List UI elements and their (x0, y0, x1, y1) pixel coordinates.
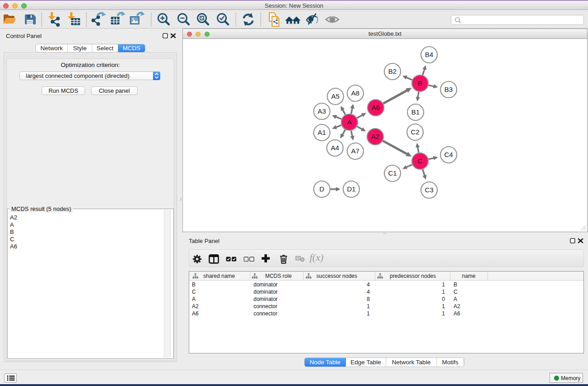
svg-text:A7: A7 (351, 147, 359, 155)
svg-text:D1: D1 (347, 185, 355, 193)
svg-text:A6: A6 (372, 104, 380, 111)
svg-text:C3: C3 (425, 186, 433, 194)
svg-text:B: B (418, 79, 422, 87)
svg-text:A4: A4 (331, 144, 339, 152)
svg-text:A5: A5 (331, 92, 339, 100)
svg-text:B4: B4 (425, 51, 433, 58)
svg-text:C2: C2 (411, 128, 419, 136)
svg-text:C1: C1 (388, 169, 397, 177)
svg-text:D: D (320, 185, 325, 193)
svg-text:A2: A2 (371, 133, 379, 140)
svg-text:C4: C4 (444, 151, 453, 158)
svg-text:B3: B3 (445, 86, 453, 93)
svg-text:B1: B1 (411, 108, 420, 116)
svg-text:A: A (347, 118, 352, 126)
svg-text:B2: B2 (388, 67, 397, 75)
svg-text:A8: A8 (351, 89, 359, 97)
svg-text:A3: A3 (318, 107, 326, 115)
svg-text:C: C (418, 157, 423, 165)
svg-text:A1: A1 (318, 129, 326, 136)
